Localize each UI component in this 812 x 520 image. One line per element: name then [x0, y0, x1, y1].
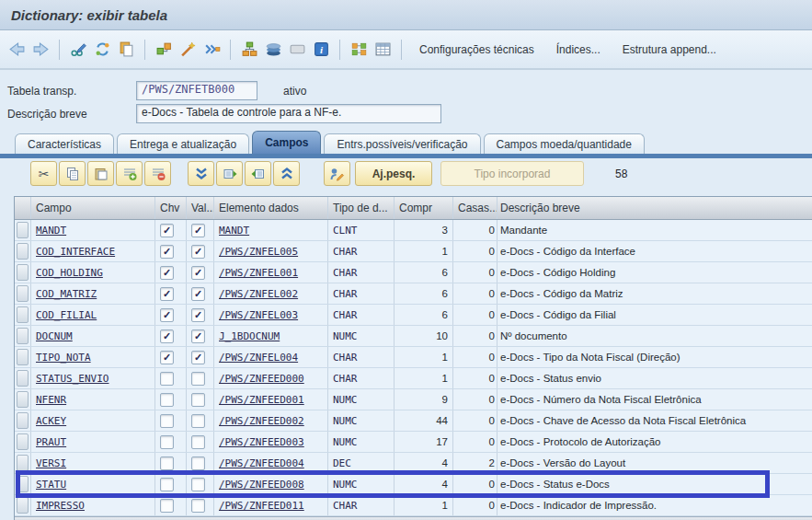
tab-campos[interactable]: Campos	[252, 131, 321, 154]
field-name-link[interactable]: STATUS_ENVIO	[36, 373, 109, 385]
data-element-link[interactable]: /PWS/ZNFEED004	[219, 457, 304, 469]
row-selector[interactable]	[15, 389, 31, 410]
header-elemento-dados[interactable]: Elemento dados	[214, 197, 328, 219]
tab-caracteristicas[interactable]: Características	[15, 133, 114, 154]
row-selector-button[interactable]	[17, 328, 29, 344]
indexes-button[interactable]: Índices...	[546, 39, 611, 61]
layers-icon[interactable]	[262, 39, 284, 61]
data-element-link[interactable]: /PWS/ZNFEED000	[219, 373, 304, 385]
row-selector[interactable]	[15, 347, 31, 367]
header-campo[interactable]: Campo	[31, 197, 155, 219]
copy-rows-button[interactable]	[59, 161, 86, 186]
row-selector[interactable]	[15, 283, 31, 304]
key-checkbox[interactable]	[160, 266, 174, 280]
table-view-icon[interactable]	[372, 39, 394, 61]
row-selector-button[interactable]	[17, 391, 29, 408]
refresh-icon[interactable]	[91, 39, 113, 61]
row-selector[interactable]	[15, 262, 31, 283]
append-structure-button[interactable]: Estrutura append...	[612, 39, 726, 61]
data-element-link[interactable]: /PWS/ZNFEED011	[219, 500, 304, 512]
row-selector-button[interactable]	[17, 412, 29, 429]
builtin-type-button[interactable]: Tipo incorporad	[440, 161, 584, 186]
chevrons-down-button[interactable]	[188, 161, 214, 186]
row-selector-button[interactable]	[17, 243, 29, 260]
header-comprimento[interactable]: Compr	[395, 197, 453, 219]
magic-wand-icon[interactable]	[177, 39, 199, 61]
initial-value-checkbox[interactable]	[191, 287, 205, 301]
cut-button[interactable]: ✂	[30, 161, 57, 186]
data-element-link[interactable]: J_1BDOCNUM	[219, 330, 280, 342]
info-icon[interactable]: i	[310, 39, 332, 61]
initial-value-checkbox[interactable]	[191, 435, 205, 449]
row-selector-button[interactable]	[17, 349, 29, 365]
search-help-assign-button[interactable]: Aj.pesq.	[355, 161, 432, 186]
row-selector[interactable]	[15, 241, 31, 261]
field-name-link[interactable]: MANDT	[36, 225, 66, 237]
row-selector-button[interactable]	[17, 433, 29, 450]
key-checkbox[interactable]	[160, 456, 174, 470]
data-element-link[interactable]: /PWS/ZNFEED008	[219, 479, 304, 491]
key-checkbox[interactable]	[160, 499, 174, 513]
row-selector[interactable]	[15, 432, 31, 452]
header-casas-decimais[interactable]: Casas...	[453, 197, 497, 219]
field-name-link[interactable]: TIPO_NOTA	[36, 352, 91, 364]
row-selector[interactable]	[15, 368, 31, 388]
delete-row-button[interactable]	[144, 161, 171, 186]
initial-value-checkbox[interactable]	[191, 499, 205, 513]
row-selector-button[interactable]	[17, 306, 29, 323]
row-selector[interactable]	[15, 305, 31, 325]
row-selector-button[interactable]	[17, 285, 29, 302]
display-change-icon[interactable]	[67, 39, 89, 61]
row-selector-button[interactable]	[17, 476, 29, 492]
row-selector-button[interactable]	[17, 370, 29, 387]
table-bottom-scrollbar[interactable]	[15, 516, 812, 520]
initial-value-checkbox[interactable]	[191, 393, 205, 407]
data-element-link[interactable]: /PWS/ZNFEL005	[219, 246, 298, 258]
header-selector[interactable]	[15, 197, 31, 219]
field-name-link[interactable]: ACKEY	[36, 415, 66, 427]
row-selector[interactable]	[15, 326, 31, 346]
header-descricao-breve[interactable]: Descrição breve	[497, 197, 812, 219]
tab-campos-moeda-quantidade[interactable]: Campos moeda/quantidade	[484, 133, 645, 154]
field-name-link[interactable]: PRAUT	[36, 436, 66, 448]
key-checkbox[interactable]	[160, 287, 174, 301]
key-checkbox[interactable]	[160, 393, 174, 407]
initial-value-checkbox[interactable]	[191, 266, 205, 280]
initial-value-checkbox[interactable]	[191, 224, 205, 237]
create-reference-icon[interactable]	[153, 39, 175, 61]
field-name-link[interactable]: COD_HOLDING	[36, 267, 103, 279]
row-selector-button[interactable]	[17, 455, 29, 471]
key-checkbox[interactable]	[160, 351, 174, 364]
collapse-button[interactable]	[245, 161, 271, 186]
row-selector[interactable]	[15, 453, 31, 473]
data-element-link[interactable]: /PWS/ZNFEED002	[219, 415, 304, 427]
data-element-link[interactable]: /PWS/ZNFEL002	[219, 288, 298, 300]
key-checkbox[interactable]	[160, 414, 174, 428]
key-checkbox[interactable]	[160, 478, 174, 491]
header-tipo-de-dados[interactable]: Tipo de d...	[328, 197, 395, 219]
initial-value-checkbox[interactable]	[191, 351, 205, 364]
data-element-link[interactable]: /PWS/ZNFEED001	[219, 394, 304, 406]
table-name-field[interactable]: /PWS/ZNFETB000	[136, 81, 257, 100]
placeholder-icon[interactable]	[286, 39, 308, 61]
chevrons-up-button[interactable]	[273, 161, 300, 186]
row-selector[interactable]	[15, 495, 31, 515]
initial-value-checkbox[interactable]	[191, 329, 205, 343]
key-checkbox[interactable]	[160, 245, 174, 259]
header-valor-inicial[interactable]: Val...	[187, 197, 214, 219]
key-checkbox[interactable]	[160, 224, 174, 237]
tab-entrega-e-atualizacao[interactable]: Entrega e atualização	[117, 133, 249, 154]
initial-value-checkbox[interactable]	[191, 478, 205, 491]
data-element-link[interactable]: MANDT	[219, 225, 249, 237]
data-element-link[interactable]: /PWS/ZNFEL004	[219, 352, 298, 364]
field-name-link[interactable]: STATU	[36, 479, 66, 491]
initial-value-checkbox[interactable]	[191, 456, 205, 470]
hierarchy-icon[interactable]	[238, 39, 260, 61]
field-name-link[interactable]: DOCNUM	[36, 330, 73, 342]
back-icon[interactable]	[6, 39, 28, 61]
data-element-link[interactable]: /PWS/ZNFEED003	[219, 436, 304, 448]
field-name-link[interactable]: COD_MATRIZ	[36, 288, 97, 300]
field-name-link[interactable]: COD_FILIAL	[36, 309, 97, 321]
copy-icon[interactable]	[115, 39, 137, 61]
row-selector-button[interactable]	[17, 222, 29, 238]
